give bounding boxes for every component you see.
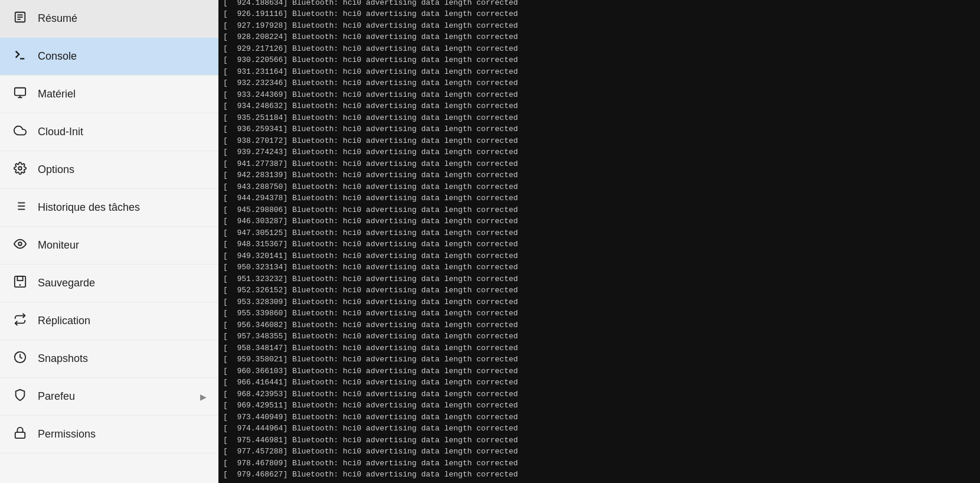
monitor-icon (12, 86, 28, 102)
sidebar-item-label-sauvegarde: Sauvegarde (38, 277, 207, 289)
shield-icon (12, 389, 28, 404)
sidebar-item-label-parefeu: Parefeu (38, 390, 191, 403)
log-line: [ 934.248632] Bluetooth: hci0 advertisin… (223, 100, 975, 112)
log-line: [ 946.303287] Bluetooth: hci0 advertisin… (223, 216, 975, 227)
log-line: [ 932.232346] Bluetooth: hci0 advertisin… (223, 77, 975, 89)
sidebar-item-label-snapshots: Snapshots (38, 353, 207, 365)
log-line: [ 948.315367] Bluetooth: hci0 advertisin… (223, 239, 975, 250)
log-line: [ 978.467809] Bluetooth: hci0 advertisin… (223, 458, 975, 469)
svg-rect-5 (15, 88, 25, 96)
sidebar-item-parefeu[interactable]: Parefeu▶ (0, 378, 218, 416)
sidebar-item-label-moniteur: Moniteur (38, 239, 207, 252)
list-icon (12, 200, 28, 216)
sidebar-item-label-permissions: Permissions (38, 428, 207, 440)
log-line: [ 929.217126] Bluetooth: hci0 advertisin… (223, 43, 975, 55)
sidebar-item-sauvegarde[interactable]: Sauvegarde (0, 265, 218, 302)
lock-icon (12, 426, 28, 442)
log-line: [ 936.259341] Bluetooth: hci0 advertisin… (223, 123, 975, 135)
sidebar-item-label-materiel: Matériel (38, 88, 207, 100)
svg-rect-17 (17, 276, 22, 280)
sidebar-item-console[interactable]: Console (0, 38, 218, 76)
disk-icon (12, 275, 28, 291)
sidebar-item-resume[interactable]: Résumé (0, 0, 218, 38)
log-line: [ 974.444964] Bluetooth: hci0 advertisin… (223, 423, 975, 435)
log-line: [ 960.366103] Bluetooth: hci0 advertisin… (223, 365, 975, 377)
sidebar-item-options[interactable]: Options (0, 151, 218, 189)
log-line: [ 924.188634] Bluetooth: hci0 advertisin… (223, 0, 975, 8)
log-line: [ 956.346082] Bluetooth: hci0 advertisin… (223, 319, 975, 331)
svg-point-15 (18, 242, 22, 246)
log-line: [ 959.358021] Bluetooth: hci0 advertisin… (223, 354, 975, 365)
log-line: [ 957.348355] Bluetooth: hci0 advertisin… (223, 331, 975, 342)
sidebar-item-materiel[interactable]: Matériel (0, 76, 218, 113)
log-line: [ 968.423953] Bluetooth: hci0 advertisin… (223, 389, 975, 400)
log-line: [ 951.323232] Bluetooth: hci0 advertisin… (223, 273, 975, 285)
sidebar-item-label-console: Console (38, 50, 207, 63)
log-line: [ 979.468627] Bluetooth: hci0 advertisin… (223, 469, 975, 481)
log-line: [ 953.328309] Bluetooth: hci0 advertisin… (223, 296, 975, 308)
chevron-right-icon: ▶ (200, 392, 207, 402)
main-content: [ 919.168534] Bluetooth: hci0 advertisin… (218, 0, 980, 483)
resume-icon (12, 11, 28, 27)
eye-icon (12, 237, 28, 253)
sidebar-item-permissions[interactable]: Permissions (0, 416, 218, 453)
log-line: [ 944.294378] Bluetooth: hci0 advertisin… (223, 192, 975, 204)
console-icon (12, 48, 28, 64)
sidebar-item-label-historique: Historique des tâches (38, 201, 207, 214)
console-output[interactable]: [ 919.168534] Bluetooth: hci0 advertisin… (218, 0, 980, 483)
sidebar-item-replication[interactable]: Réplication (0, 302, 218, 340)
log-line: [ 935.251184] Bluetooth: hci0 advertisin… (223, 112, 975, 124)
log-line: [ 927.197928] Bluetooth: hci0 advertisin… (223, 20, 975, 32)
log-line: [ 977.457288] Bluetooth: hci0 advertisin… (223, 446, 975, 458)
log-line: [ 930.220566] Bluetooth: hci0 advertisin… (223, 54, 975, 66)
log-line: [ 933.244369] Bluetooth: hci0 advertisin… (223, 89, 975, 101)
log-line: [ 939.274243] Bluetooth: hci0 advertisin… (223, 146, 975, 158)
sidebar-item-label-options: Options (38, 164, 207, 176)
sidebar-item-label-cloud-init: Cloud-Init (38, 126, 207, 138)
log-line: [ 975.446981] Bluetooth: hci0 advertisin… (223, 435, 975, 446)
snapshot-icon (12, 351, 28, 367)
sidebar-item-label-resume: Résumé (38, 12, 207, 25)
log-line: [ 969.429511] Bluetooth: hci0 advertisin… (223, 400, 975, 412)
sidebar-item-cloud-init[interactable]: Cloud-Init (0, 113, 218, 151)
log-line: [ 955.339860] Bluetooth: hci0 advertisin… (223, 308, 975, 319)
log-line: [ 947.305125] Bluetooth: hci0 advertisin… (223, 227, 975, 239)
log-line: [ 926.191116] Bluetooth: hci0 advertisin… (223, 8, 975, 20)
svg-rect-20 (15, 432, 25, 438)
log-line: [ 931.231164] Bluetooth: hci0 advertisin… (223, 66, 975, 78)
log-line: [ 943.288750] Bluetooth: hci0 advertisin… (223, 181, 975, 193)
log-line: [ 966.416441] Bluetooth: hci0 advertisin… (223, 377, 975, 389)
log-line: [ 950.323134] Bluetooth: hci0 advertisin… (223, 262, 975, 273)
log-line: [ 941.277387] Bluetooth: hci0 advertisin… (223, 158, 975, 170)
gear-icon (12, 162, 28, 178)
log-line: [ 973.440949] Bluetooth: hci0 advertisin… (223, 412, 975, 423)
log-line: [ 958.348147] Bluetooth: hci0 advertisin… (223, 342, 975, 354)
sidebar: RésuméConsoleMatérielCloud-InitOptionsHi… (0, 0, 218, 483)
sidebar-item-label-replication: Réplication (38, 315, 207, 327)
log-line: [ 942.283139] Bluetooth: hci0 advertisin… (223, 169, 975, 181)
sidebar-item-moniteur[interactable]: Moniteur (0, 227, 218, 265)
replication-icon (12, 313, 28, 329)
log-line: [ 952.326152] Bluetooth: hci0 advertisin… (223, 285, 975, 296)
svg-point-8 (18, 167, 22, 170)
cloud-icon (12, 124, 28, 140)
log-line: [ 949.320141] Bluetooth: hci0 advertisin… (223, 250, 975, 262)
log-line: [ 928.208224] Bluetooth: hci0 advertisin… (223, 31, 975, 43)
sidebar-item-historique[interactable]: Historique des tâches (0, 189, 218, 227)
log-line: [ 945.298806] Bluetooth: hci0 advertisin… (223, 204, 975, 216)
log-line: [ 938.270172] Bluetooth: hci0 advertisin… (223, 135, 975, 147)
sidebar-item-snapshots[interactable]: Snapshots (0, 340, 218, 378)
